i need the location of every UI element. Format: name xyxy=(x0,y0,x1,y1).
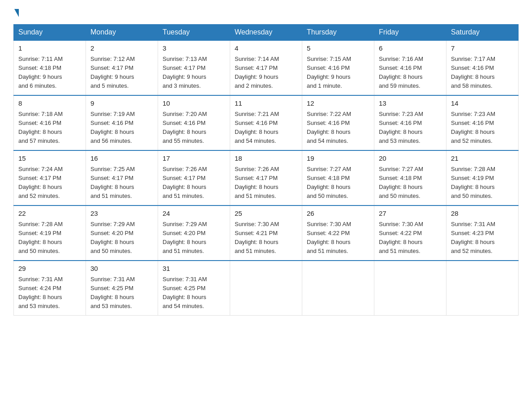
day-info: Sunrise: 7:31 AMSunset: 4:25 PMDaylight:… xyxy=(90,275,153,311)
calendar-cell: 3 Sunrise: 7:13 AMSunset: 4:17 PMDayligh… xyxy=(158,40,230,95)
calendar-cell: 13 Sunrise: 7:23 AMSunset: 4:16 PMDaylig… xyxy=(374,95,446,150)
weekday-header-saturday: Saturday xyxy=(446,25,519,41)
day-info: Sunrise: 7:20 AMSunset: 4:16 PMDaylight:… xyxy=(163,110,225,146)
day-info: Sunrise: 7:19 AMSunset: 4:16 PMDaylight:… xyxy=(90,110,153,146)
day-number: 3 xyxy=(163,43,225,54)
calendar-cell: 8 Sunrise: 7:18 AMSunset: 4:16 PMDayligh… xyxy=(14,95,86,150)
day-number: 8 xyxy=(18,98,81,109)
day-number: 4 xyxy=(235,43,297,54)
day-number: 25 xyxy=(235,209,297,219)
day-info: Sunrise: 7:16 AMSunset: 4:16 PMDaylight:… xyxy=(379,55,442,91)
weekday-header-thursday: Thursday xyxy=(302,25,374,41)
calendar-cell xyxy=(374,261,446,316)
day-info: Sunrise: 7:26 AMSunset: 4:17 PMDaylight:… xyxy=(163,165,225,201)
day-info: Sunrise: 7:28 AMSunset: 4:19 PMDaylight:… xyxy=(18,220,81,256)
day-number: 17 xyxy=(163,154,225,164)
calendar-cell xyxy=(446,261,519,316)
calendar-week-row: 1 Sunrise: 7:11 AMSunset: 4:18 PMDayligh… xyxy=(14,40,519,95)
day-number: 1 xyxy=(18,43,81,54)
day-info: Sunrise: 7:23 AMSunset: 4:16 PMDaylight:… xyxy=(379,110,442,146)
day-number: 5 xyxy=(307,43,369,54)
calendar-cell: 11 Sunrise: 7:21 AMSunset: 4:16 PMDaylig… xyxy=(230,95,302,150)
day-number: 7 xyxy=(451,43,514,54)
day-number: 14 xyxy=(451,98,514,109)
calendar-cell xyxy=(302,261,374,316)
calendar-cell: 14 Sunrise: 7:23 AMSunset: 4:16 PMDaylig… xyxy=(446,95,519,150)
day-number: 10 xyxy=(163,98,225,109)
day-info: Sunrise: 7:12 AMSunset: 4:17 PMDaylight:… xyxy=(90,55,153,91)
weekday-header-row: SundayMondayTuesdayWednesdayThursdayFrid… xyxy=(14,25,519,41)
day-number: 2 xyxy=(90,43,153,54)
day-info: Sunrise: 7:29 AMSunset: 4:20 PMDaylight:… xyxy=(90,220,153,256)
calendar-cell: 19 Sunrise: 7:27 AMSunset: 4:18 PMDaylig… xyxy=(302,150,374,206)
calendar-cell: 6 Sunrise: 7:16 AMSunset: 4:16 PMDayligh… xyxy=(374,40,446,95)
calendar-week-row: 22 Sunrise: 7:28 AMSunset: 4:19 PMDaylig… xyxy=(14,206,519,261)
day-info: Sunrise: 7:24 AMSunset: 4:17 PMDaylight:… xyxy=(18,165,81,201)
calendar-cell: 5 Sunrise: 7:15 AMSunset: 4:16 PMDayligh… xyxy=(302,40,374,95)
calendar-cell: 17 Sunrise: 7:26 AMSunset: 4:17 PMDaylig… xyxy=(158,150,230,206)
calendar-cell: 29 Sunrise: 7:31 AMSunset: 4:24 PMDaylig… xyxy=(14,261,86,316)
calendar-cell: 24 Sunrise: 7:29 AMSunset: 4:20 PMDaylig… xyxy=(158,206,230,261)
calendar-cell: 7 Sunrise: 7:17 AMSunset: 4:16 PMDayligh… xyxy=(446,40,519,95)
day-info: Sunrise: 7:14 AMSunset: 4:17 PMDaylight:… xyxy=(235,55,297,91)
day-number: 23 xyxy=(90,209,153,219)
calendar-cell: 2 Sunrise: 7:12 AMSunset: 4:17 PMDayligh… xyxy=(86,40,158,95)
calendar-week-row: 29 Sunrise: 7:31 AMSunset: 4:24 PMDaylig… xyxy=(14,261,519,316)
day-number: 16 xyxy=(90,154,153,164)
day-number: 27 xyxy=(379,209,442,219)
day-info: Sunrise: 7:31 AMSunset: 4:23 PMDaylight:… xyxy=(451,220,514,256)
calendar-cell: 1 Sunrise: 7:11 AMSunset: 4:18 PMDayligh… xyxy=(14,40,86,95)
day-info: Sunrise: 7:31 AMSunset: 4:24 PMDaylight:… xyxy=(18,275,81,311)
weekday-header-wednesday: Wednesday xyxy=(230,25,302,41)
logo-triangle-icon xyxy=(14,9,19,17)
day-info: Sunrise: 7:23 AMSunset: 4:16 PMDaylight:… xyxy=(451,110,514,146)
calendar-cell: 21 Sunrise: 7:28 AMSunset: 4:19 PMDaylig… xyxy=(446,150,519,206)
weekday-header-friday: Friday xyxy=(374,25,446,41)
calendar-cell: 12 Sunrise: 7:22 AMSunset: 4:16 PMDaylig… xyxy=(302,95,374,150)
calendar-cell: 31 Sunrise: 7:31 AMSunset: 4:25 PMDaylig… xyxy=(158,261,230,316)
calendar-week-row: 15 Sunrise: 7:24 AMSunset: 4:17 PMDaylig… xyxy=(14,150,519,206)
calendar-table: SundayMondayTuesdayWednesdayThursdayFrid… xyxy=(13,24,519,316)
day-info: Sunrise: 7:18 AMSunset: 4:16 PMDaylight:… xyxy=(18,110,81,146)
day-info: Sunrise: 7:29 AMSunset: 4:20 PMDaylight:… xyxy=(163,220,225,256)
calendar-cell: 30 Sunrise: 7:31 AMSunset: 4:25 PMDaylig… xyxy=(86,261,158,316)
calendar-cell: 15 Sunrise: 7:24 AMSunset: 4:17 PMDaylig… xyxy=(14,150,86,206)
day-info: Sunrise: 7:28 AMSunset: 4:19 PMDaylight:… xyxy=(451,165,514,201)
day-info: Sunrise: 7:13 AMSunset: 4:17 PMDaylight:… xyxy=(163,55,225,91)
day-number: 21 xyxy=(451,154,514,164)
calendar-cell: 20 Sunrise: 7:27 AMSunset: 4:18 PMDaylig… xyxy=(374,150,446,206)
logo-blue-part xyxy=(13,9,20,17)
page-header xyxy=(13,9,519,17)
calendar-cell: 27 Sunrise: 7:30 AMSunset: 4:22 PMDaylig… xyxy=(374,206,446,261)
day-info: Sunrise: 7:21 AMSunset: 4:16 PMDaylight:… xyxy=(235,110,297,146)
calendar-cell: 18 Sunrise: 7:26 AMSunset: 4:17 PMDaylig… xyxy=(230,150,302,206)
calendar-cell xyxy=(230,261,302,316)
calendar-week-row: 8 Sunrise: 7:18 AMSunset: 4:16 PMDayligh… xyxy=(14,95,519,150)
day-number: 30 xyxy=(90,264,153,274)
day-number: 18 xyxy=(235,154,297,164)
day-number: 20 xyxy=(379,154,442,164)
day-number: 15 xyxy=(18,154,81,164)
logo xyxy=(13,9,20,17)
day-number: 29 xyxy=(18,264,81,274)
calendar-cell: 26 Sunrise: 7:30 AMSunset: 4:22 PMDaylig… xyxy=(302,206,374,261)
calendar-cell: 4 Sunrise: 7:14 AMSunset: 4:17 PMDayligh… xyxy=(230,40,302,95)
calendar-cell: 23 Sunrise: 7:29 AMSunset: 4:20 PMDaylig… xyxy=(86,206,158,261)
day-info: Sunrise: 7:27 AMSunset: 4:18 PMDaylight:… xyxy=(379,165,442,201)
day-number: 31 xyxy=(163,264,225,274)
day-info: Sunrise: 7:22 AMSunset: 4:16 PMDaylight:… xyxy=(307,110,369,146)
day-info: Sunrise: 7:30 AMSunset: 4:22 PMDaylight:… xyxy=(379,220,442,256)
day-info: Sunrise: 7:30 AMSunset: 4:22 PMDaylight:… xyxy=(307,220,369,256)
day-info: Sunrise: 7:15 AMSunset: 4:16 PMDaylight:… xyxy=(307,55,369,91)
day-info: Sunrise: 7:17 AMSunset: 4:16 PMDaylight:… xyxy=(451,55,514,91)
day-info: Sunrise: 7:25 AMSunset: 4:17 PMDaylight:… xyxy=(90,165,153,201)
calendar-cell: 28 Sunrise: 7:31 AMSunset: 4:23 PMDaylig… xyxy=(446,206,519,261)
weekday-header-tuesday: Tuesday xyxy=(158,25,230,41)
day-number: 28 xyxy=(451,209,514,219)
calendar-cell: 22 Sunrise: 7:28 AMSunset: 4:19 PMDaylig… xyxy=(14,206,86,261)
day-number: 19 xyxy=(307,154,369,164)
day-info: Sunrise: 7:27 AMSunset: 4:18 PMDaylight:… xyxy=(307,165,369,201)
day-number: 9 xyxy=(90,98,153,109)
day-number: 13 xyxy=(379,98,442,109)
calendar-cell: 10 Sunrise: 7:20 AMSunset: 4:16 PMDaylig… xyxy=(158,95,230,150)
